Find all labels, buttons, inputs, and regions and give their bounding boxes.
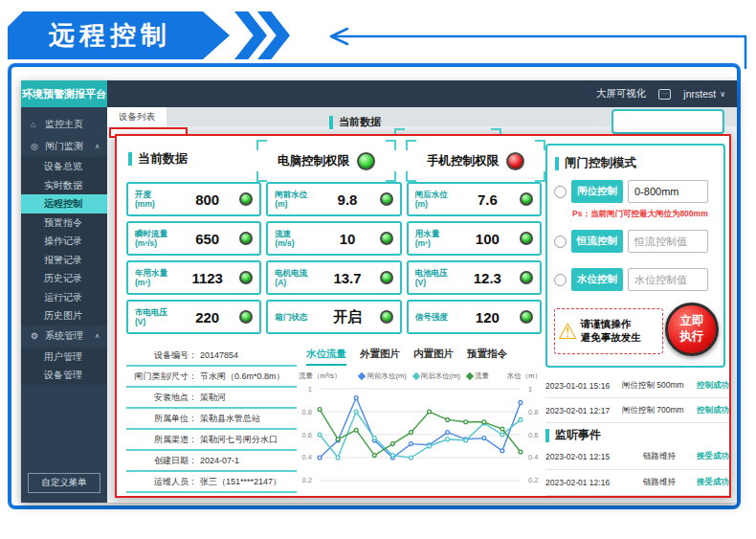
water-level-flow-chart: 流量（m³/s） 闸前水位(m) 闸后水位(m) 流量 水位（m） 10.80.… — [299, 371, 542, 494]
metric-tile-mains-voltage: 市电电压(V)220 — [126, 300, 261, 334]
chevron-up-icon: ∧ — [95, 143, 100, 150]
sidebar-item-realtime-data[interactable]: 实时数据 — [21, 176, 107, 195]
status-led — [239, 232, 253, 245]
status-led — [239, 192, 253, 206]
execute-now-button[interactable]: 立即执行 — [665, 303, 719, 356]
flow-control-button[interactable]: 恒流控制 — [571, 230, 623, 253]
gate-control-panel: 闸门控制模式 闸位控制 Ps：当前闸门可控最大闸位为800mm 恒流控制 — [545, 144, 725, 368]
metric-tile-box-door: 箱门状态开启 — [266, 300, 401, 334]
mode-row-flow: 恒流控制 — [554, 230, 708, 253]
position-control-button[interactable]: 闸位控制 — [571, 180, 623, 203]
level-control-input[interactable] — [628, 268, 708, 291]
status-led — [380, 192, 393, 206]
legend-item: 闸后水位(m) — [413, 371, 460, 381]
sidebar-item-history-images[interactable]: 历史图片 — [21, 306, 107, 326]
sidebar-item-alarm-log[interactable]: 报警记录 — [21, 251, 107, 270]
sidebar-group-system[interactable]: ⚙ 系统管理 ∧ — [21, 326, 107, 348]
sidebar-submenu-gate: 设备总览 实时数据 远程控制 预置指令 操作记录 报警记录 历史记录 运行记录 … — [21, 157, 107, 326]
status-led — [520, 232, 533, 245]
listen-log-list: 2023-02-01 12:15 链路维持 接受成功 2023-02-01 12… — [545, 444, 729, 496]
tab-internal-images[interactable]: 内置图片 — [413, 348, 454, 366]
sidebar-item-user-management[interactable]: 用户管理 — [21, 348, 107, 367]
warning-icon: ⚠ — [558, 321, 578, 343]
chart-tabbar: 水位流量 外置图片 内置图片 预置指令 — [306, 348, 507, 366]
legend-item: 闸前水位(m) — [359, 371, 406, 381]
sidebar-item-remote-control[interactable]: 远程控制 — [21, 194, 107, 213]
metric-tile-annual-usage: 年用水量(m³)1123 — [126, 260, 261, 295]
metric-tile-opening: 开度(mm)800 — [126, 182, 261, 216]
flow-control-input[interactable] — [628, 230, 708, 253]
content-area: 设备列表 当前数据 电脑控制权限 手机控制权限 — [107, 107, 737, 503]
user-menu[interactable]: jnrstest ∨ — [683, 88, 725, 100]
tab-device-list[interactable]: 设备列表 — [107, 107, 167, 126]
tab-water-level-flow[interactable]: 水位流量 — [306, 348, 346, 366]
y-axis-label-left: 流量（m³/s） — [299, 371, 342, 381]
sidebar-item-device-overview[interactable]: 设备总览 — [21, 157, 107, 176]
message-icon[interactable]: ⋯ — [658, 89, 671, 100]
sidebar-item-preset-commands[interactable]: 预置指令 — [21, 213, 107, 233]
control-log-row: 2023-02-01 12:17 闸位控制 700mm 控制成功 — [545, 398, 729, 423]
legend-item: 流量 — [467, 371, 489, 381]
metric-tile-signal: 信号强度120 — [407, 300, 542, 334]
position-control-radio[interactable] — [554, 186, 567, 198]
mode-row-level: 水位控制 — [554, 268, 708, 291]
page-title-banner: 远程控制 — [8, 11, 230, 59]
tab-external-images[interactable]: 外置图片 — [360, 348, 400, 366]
background-current-data-title: 当前数据 — [329, 115, 381, 129]
device-info-row: 运维人员：张三（151****2147） — [126, 472, 297, 493]
sidebar-item-run-log[interactable]: 运行记录 — [21, 288, 107, 307]
gear-icon: ⚙ — [31, 331, 40, 341]
chart-plot — [314, 384, 526, 485]
background-panel-fragment — [611, 109, 724, 134]
sidebar-item-operation-log[interactable]: 操作记录 — [21, 232, 107, 251]
sidebar-group-label: 闸门监测 — [45, 140, 83, 153]
legend-marker — [411, 372, 419, 380]
platform-logo: 环境预警测报平台 — [21, 80, 107, 107]
current-data-title: 当前数据 — [128, 150, 188, 168]
sidebar-group-gate-monitoring[interactable]: ◎ 闸门监测 ∧ — [21, 135, 107, 157]
position-control-input[interactable] — [628, 180, 708, 203]
gate-control-title: 闸门控制模式 — [555, 155, 636, 171]
pc-permission-label: 电脑控制权限 — [278, 153, 349, 169]
control-log-list: 2023-01-01 15:16 闸位控制 500mm 控制成功 2023-02… — [545, 373, 729, 423]
tab-preset-commands[interactable]: 预置指令 — [467, 348, 507, 366]
metric-tile-velocity: 流速(m/s)10 — [266, 221, 401, 256]
section-bar — [128, 152, 132, 166]
sidebar-group-label: 系统管理 — [45, 329, 83, 343]
y-axis-label-right: 水位（m） — [507, 371, 542, 381]
sidebar: ⌂ 监控主页 ◎ 闸门监测 ∧ 设备总览 实时数据 远程控制 预置指令 操作记录… — [21, 107, 107, 503]
custom-menu-button[interactable]: 自定义菜单 — [28, 473, 100, 493]
status-led — [520, 271, 533, 284]
position-control-note: Ps：当前闸门可控最大闸位为800mm — [572, 209, 708, 220]
metric-tile-downstream-level: 闸后水位(m)7.6 — [407, 182, 542, 216]
status-led — [380, 271, 393, 284]
mobile-permission-indicator: 手机控制权限 — [406, 140, 545, 182]
level-control-radio[interactable] — [554, 274, 567, 286]
metric-tile-upstream-level: 闸前水位(m)9.8 — [266, 182, 401, 216]
sidebar-item-home[interactable]: ⌂ 监控主页 — [21, 113, 107, 135]
remote-control-overlay: 当前数据 电脑控制权限 手机控制权限 — [115, 134, 731, 498]
page-title: 远程控制 — [49, 18, 171, 53]
sidebar-item-history-log[interactable]: 历史记录 — [21, 269, 107, 288]
device-info-row: 所属渠道：策勒河七号闸分水口 — [126, 430, 297, 451]
level-control-button[interactable]: 水位控制 — [571, 268, 623, 291]
status-led — [239, 310, 253, 324]
status-led — [239, 271, 253, 284]
home-icon: ⌂ — [31, 120, 40, 129]
visualization-link[interactable]: 大屏可视化 — [596, 87, 647, 101]
chart-ticks-right: 10.80.60.40.2 — [526, 384, 542, 485]
control-log-row: 2023-01-01 15:16 闸位控制 500mm 控制成功 — [545, 373, 729, 398]
username: jnrstest — [683, 88, 716, 100]
legend-marker — [466, 372, 474, 380]
device-info-row: 创建日期：2024-07-1 — [126, 451, 297, 472]
caution-warning: ⚠ 请谨慎操作避免事故发生 — [554, 308, 663, 354]
status-led — [380, 310, 393, 324]
status-led — [380, 232, 393, 245]
chevron-up-icon: ∧ — [95, 332, 100, 340]
device-info-row: 安装地点：策勒河 — [126, 388, 297, 409]
device-info-row: 闸门类别/尺寸：节水闸（0.6m*0.8m） — [126, 367, 297, 388]
flow-control-radio[interactable] — [554, 236, 567, 248]
device-info-list: 设备编号：20147854 闸门类别/尺寸：节水闸（0.6m*0.8m） 安装地… — [126, 346, 297, 493]
sidebar-item-device-management[interactable]: 设备管理 — [21, 366, 107, 385]
navbar-right: 大屏可视化 ⋯ jnrstest ∨ — [596, 80, 737, 107]
